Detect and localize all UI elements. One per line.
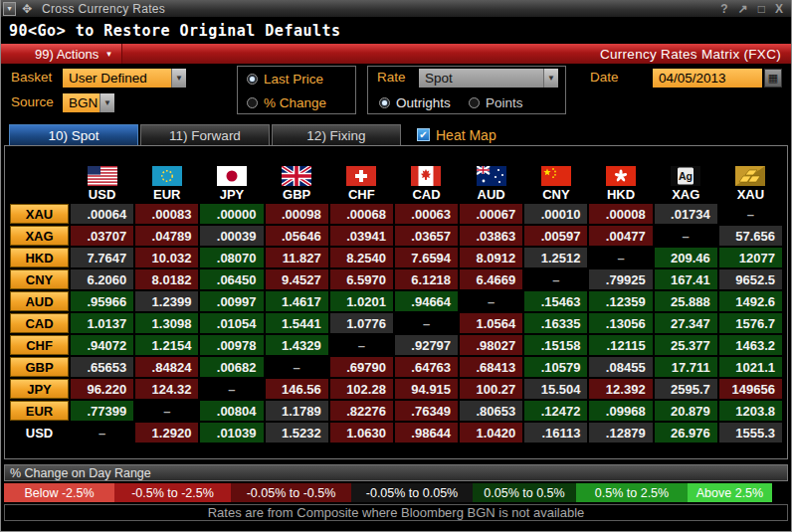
matrix-cell-xag-hkd[interactable]: .00477 [589,226,652,246]
matrix-cell-cad-hkd[interactable]: .13056 [589,313,652,333]
matrix-cell-aud-usd[interactable]: .95966 [71,291,133,311]
matrix-cell-cad-chf[interactable]: 1.0776 [330,313,393,333]
matrix-cell-eur-cad[interactable]: .76349 [395,401,458,421]
radio-button-icon[interactable] [247,74,258,85]
matrix-cell-xau-chf[interactable]: .00068 [330,204,393,224]
matrix-cell-hkd-jpy[interactable]: .08070 [200,248,263,267]
matrix-cell-usd-eur[interactable]: 1.2920 [135,423,198,443]
matrix-cell-hkd-cny[interactable]: 1.2512 [524,248,587,267]
radio--change[interactable]: % Change [247,95,326,110]
column-header-chf[interactable]: CHF [330,150,393,202]
matrix-cell-gbp-usd[interactable]: .65653 [71,357,133,377]
row-header-hkd[interactable]: HKD [10,248,69,267]
calendar-icon[interactable]: ▦ [764,69,782,88]
row-header-xau[interactable]: XAU [10,204,69,224]
matrix-cell-chf-jpy[interactable]: .00978 [200,335,263,355]
column-header-cad[interactable]: CAD [395,150,458,202]
date-input[interactable]: 04/05/2013 [653,69,762,88]
matrix-cell-jpy-usd[interactable]: 96.220 [71,379,133,399]
matrix-cell-cad-aud[interactable]: 1.0564 [460,313,522,333]
matrix-cell-gbp-hkd[interactable]: .08455 [589,357,652,377]
matrix-cell-usd-hkd[interactable]: .12879 [589,423,652,443]
tab-forward[interactable]: 11) Forward [140,124,270,145]
matrix-cell-cny-gbp[interactable]: 9.4527 [266,269,328,289]
window-menu-icon[interactable]: ▾ [3,2,16,16]
matrix-cell-xag-cny[interactable]: .00597 [524,226,587,246]
matrix-cell-aud-cny[interactable]: .15463 [524,291,587,311]
matrix-cell-cad-eur[interactable]: 1.3098 [135,313,198,333]
matrix-cell-cny-hkd[interactable]: .79925 [589,269,652,289]
matrix-cell-eur-eur[interactable]: – [135,401,198,421]
row-header-usd[interactable]: USD [10,423,69,443]
matrix-cell-xau-gbp[interactable]: .00098 [266,204,328,224]
matrix-cell-chf-hkd[interactable]: .12115 [589,335,652,355]
matrix-cell-jpy-eur[interactable]: 124.32 [135,379,198,399]
matrix-cell-aud-jpy[interactable]: .00997 [200,291,263,311]
matrix-cell-eur-chf[interactable]: .82276 [330,401,393,421]
matrix-cell-hkd-chf[interactable]: 8.2540 [330,248,393,267]
matrix-cell-aud-hkd[interactable]: .12359 [589,291,652,311]
matrix-cell-gbp-aud[interactable]: .68413 [460,357,522,377]
matrix-cell-aud-xag[interactable]: 25.888 [655,291,717,311]
matrix-cell-eur-xag[interactable]: 20.879 [655,401,717,421]
matrix-cell-usd-xau[interactable]: 1555.3 [719,423,782,443]
matrix-cell-cad-jpy[interactable]: .01054 [200,313,263,333]
row-header-xag[interactable]: XAG [10,226,69,246]
matrix-cell-gbp-chf[interactable]: .69790 [330,357,393,377]
matrix-cell-chf-cny[interactable]: .15158 [524,335,587,355]
matrix-cell-usd-xag[interactable]: 26.976 [655,423,717,443]
matrix-cell-usd-usd[interactable]: – [71,423,133,443]
matrix-cell-chf-eur[interactable]: 1.2154 [135,335,198,355]
command-line[interactable]: 90<Go> to Restore Original Defaults [1,18,791,44]
matrix-cell-chf-chf[interactable]: – [330,335,393,355]
dropdown-arrow-icon[interactable]: ▼ [99,93,114,112]
matrix-cell-xau-usd[interactable]: .00064 [71,204,133,224]
matrix-cell-xag-eur[interactable]: .04789 [135,226,198,246]
column-header-xag[interactable]: AgXAG [655,150,717,202]
matrix-cell-chf-usd[interactable]: .94072 [71,335,133,355]
matrix-cell-gbp-xag[interactable]: 17.711 [655,357,717,377]
row-header-eur[interactable]: EUR [10,401,69,421]
matrix-cell-aud-eur[interactable]: 1.2399 [135,291,198,311]
radio-button-icon[interactable] [379,97,390,108]
source-dropdown[interactable]: BGN ▼ [63,93,114,112]
column-header-jpy[interactable]: JPY [200,150,263,202]
matrix-cell-xau-aud[interactable]: .00067 [460,204,522,224]
matrix-cell-hkd-xau[interactable]: 12077 [719,248,782,267]
dropdown-arrow-icon[interactable]: ▼ [543,69,558,88]
tab-fixing[interactable]: 12) Fixing [272,124,401,145]
matrix-cell-cad-xag[interactable]: 27.347 [655,313,717,333]
matrix-cell-chf-cad[interactable]: .92797 [395,335,458,355]
matrix-cell-eur-aud[interactable]: .80653 [460,401,522,421]
matrix-cell-eur-xau[interactable]: 1203.8 [719,401,782,421]
matrix-cell-xag-gbp[interactable]: .05646 [266,226,328,246]
matrix-cell-eur-hkd[interactable]: .09968 [589,401,652,421]
matrix-cell-aud-cad[interactable]: .94664 [395,291,458,311]
matrix-cell-xau-jpy[interactable]: .00000 [200,204,263,224]
matrix-cell-xag-cad[interactable]: .03657 [395,226,458,246]
matrix-cell-xau-cny[interactable]: .00010 [524,204,587,224]
matrix-cell-aud-aud[interactable]: – [460,291,522,311]
matrix-cell-hkd-eur[interactable]: 10.032 [135,248,198,267]
matrix-cell-gbp-cny[interactable]: .10579 [524,357,587,377]
matrix-cell-aud-gbp[interactable]: 1.4617 [266,291,328,311]
row-header-cny[interactable]: CNY [10,269,69,289]
matrix-cell-xag-xau[interactable]: 57.656 [719,226,782,246]
matrix-cell-usd-chf[interactable]: 1.0630 [330,423,393,443]
matrix-cell-cny-eur[interactable]: 8.0182 [135,269,198,289]
column-header-usd[interactable]: USD [71,150,133,202]
matrix-cell-cad-gbp[interactable]: 1.5441 [266,313,328,333]
matrix-cell-jpy-aud[interactable]: 100.27 [460,379,522,399]
matrix-cell-xau-cad[interactable]: .00063 [395,204,458,224]
matrix-cell-usd-gbp[interactable]: 1.5232 [266,423,328,443]
matrix-cell-cny-cad[interactable]: 6.1218 [395,269,458,289]
dropdown-arrow-icon[interactable]: ▼ [171,69,186,88]
matrix-cell-jpy-chf[interactable]: 102.28 [330,379,393,399]
matrix-cell-hkd-gbp[interactable]: 11.827 [266,248,328,267]
matrix-cell-usd-jpy[interactable]: .01039 [200,423,263,443]
matrix-cell-cny-xag[interactable]: 167.41 [655,269,717,289]
matrix-cell-gbp-gbp[interactable]: – [266,357,328,377]
matrix-cell-xag-jpy[interactable]: .00039 [200,226,263,246]
matrix-cell-xau-xag[interactable]: .01734 [655,204,717,224]
matrix-cell-jpy-cny[interactable]: 15.504 [524,379,587,399]
